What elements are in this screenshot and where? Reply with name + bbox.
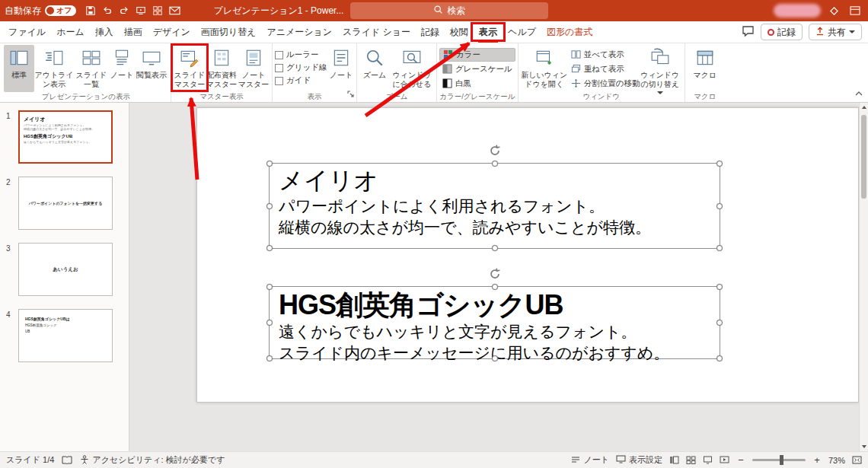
resize-handle[interactable] xyxy=(266,245,273,251)
grayscale-button[interactable]: グレースケール xyxy=(439,62,515,76)
tab-transitions[interactable]: 画面切り替え xyxy=(196,21,262,43)
share-button[interactable]: 共有 xyxy=(809,24,862,40)
scroll-up-icon[interactable] xyxy=(860,103,868,112)
vertical-scrollbar[interactable] xyxy=(859,103,868,451)
cascade-button[interactable]: 重ねて表示 xyxy=(568,62,638,76)
resize-handle[interactable] xyxy=(716,355,723,361)
slide-editing-area[interactable]: メイリオ パワーポイントによく利用されるフォント。 縦横の線の太さが均一で、読み… xyxy=(196,107,859,403)
group-label-macro: マクロ xyxy=(685,92,725,102)
textbox-hgs-gothic[interactable]: HGS創英角ゴシックUB 遠くからでもハッキリと文字が見えるフォント。 スライド… xyxy=(269,286,720,359)
zoom-in-button[interactable]: + xyxy=(812,454,822,466)
tab-shape-format[interactable]: 図形の書式 xyxy=(541,21,598,43)
slide-thumbnail-3[interactable]: あいうえお xyxy=(18,243,113,296)
notes-button[interactable]: ノート xyxy=(328,45,354,92)
slide-thumbnail-4[interactable]: HGS創英角ゴシックUBは HGS創英角ゴシック UB xyxy=(18,309,113,362)
thumb-line: HGS創英角ゴシックUBは xyxy=(25,316,106,323)
fit-slide-to-window-icon[interactable] xyxy=(852,455,862,465)
resize-handle[interactable] xyxy=(716,161,723,167)
slide-sorter-status-icon[interactable] xyxy=(686,456,696,464)
zoom-slider-thumb[interactable] xyxy=(780,455,783,465)
zoom-button[interactable]: ズーム xyxy=(359,45,390,92)
record-button[interactable]: 記録 xyxy=(761,24,803,40)
color-button[interactable]: カラー xyxy=(439,48,515,62)
resize-handle[interactable] xyxy=(716,284,723,290)
reading-view-button[interactable]: 閲覧表示 xyxy=(135,45,168,92)
textbox-meiryo[interactable]: メイリオ パワーポイントによく利用されるフォント。 縦横の線の太さが均一で、読み… xyxy=(269,163,720,249)
slide-thumbnail-1[interactable]: メイリオ パワーポイントによく利用されるフォント。 縦横の線の太さが均一で、読み… xyxy=(18,110,113,164)
search-box[interactable]: 検索 xyxy=(350,2,548,19)
switch-windows-button[interactable]: ウィンドウの切り替え xyxy=(638,45,682,92)
resize-handle[interactable] xyxy=(492,284,498,290)
scroll-down-icon[interactable] xyxy=(860,442,868,451)
move-split-button[interactable]: 分割位置の移動 xyxy=(568,77,638,91)
fit-to-window-button[interactable]: ウィンドウに合わせる xyxy=(390,45,434,92)
slide-thumbnail-2[interactable]: パワーポイントのフォントを一括変更する xyxy=(18,177,113,230)
scrollbar-thumb[interactable] xyxy=(861,115,866,199)
resize-handle[interactable] xyxy=(266,320,273,326)
notes-toggle-button[interactable]: ノート xyxy=(571,454,609,466)
handout-master-button[interactable]: 配布資料 マスター xyxy=(206,45,238,92)
gridlines-checkbox[interactable]: グリッド線 xyxy=(275,62,328,73)
collapse-ribbon-icon[interactable] xyxy=(854,86,863,100)
ruler-checkbox[interactable]: ルーラー xyxy=(275,49,328,60)
tab-home[interactable]: ホーム xyxy=(51,21,90,43)
resize-handle[interactable] xyxy=(716,203,723,209)
mail-icon[interactable] xyxy=(166,2,183,19)
slide-canvas[interactable]: メイリオ パワーポイントによく利用されるフォント。 縦横の線の太さが均一で、読み… xyxy=(129,103,859,451)
outline-view-button[interactable]: アウトライン表示 xyxy=(34,45,74,92)
tab-file[interactable]: ファイル xyxy=(3,21,51,43)
save-icon[interactable] xyxy=(82,2,99,19)
resize-handle[interactable] xyxy=(492,245,498,251)
resize-handle[interactable] xyxy=(716,320,723,326)
notes-master-button[interactable]: ノート マスター xyxy=(238,45,270,92)
resize-handle[interactable] xyxy=(716,245,723,251)
resize-handle[interactable] xyxy=(492,355,498,361)
undo-icon[interactable] xyxy=(99,2,116,19)
checkbox-icon xyxy=(275,77,283,85)
normal-view-status-icon[interactable] xyxy=(669,456,679,464)
resize-handle[interactable] xyxy=(492,161,498,167)
macro-button[interactable]: マクロ xyxy=(688,45,723,92)
tab-slideshow[interactable]: スライド ショー xyxy=(337,21,416,43)
redo-icon[interactable] xyxy=(116,2,132,19)
normal-view-button[interactable]: 標準 xyxy=(4,45,34,92)
zoom-out-button[interactable]: − xyxy=(736,454,745,466)
start-slideshow-icon[interactable] xyxy=(132,2,149,19)
comments-icon[interactable] xyxy=(742,25,755,40)
resize-handle[interactable] xyxy=(266,161,273,167)
tab-design[interactable]: デザイン xyxy=(148,21,196,43)
slideshow-status-icon[interactable] xyxy=(720,456,729,464)
avatar[interactable] xyxy=(774,4,821,18)
new-window-button[interactable]: 新しいウィンドウを開く xyxy=(521,45,568,92)
textbox-line: パワーポイントによく利用されるフォント。 xyxy=(279,196,710,217)
language-book-icon[interactable] xyxy=(62,456,72,465)
tab-record[interactable]: 記録 xyxy=(416,21,445,43)
tab-draw[interactable]: 描画 xyxy=(119,21,148,43)
slide-sorter-button[interactable]: スライド一覧 xyxy=(74,45,109,92)
ribbon-display-options-icon[interactable] xyxy=(847,2,863,19)
tab-view[interactable]: 表示 xyxy=(474,21,503,43)
notes-page-button[interactable]: ノート xyxy=(109,45,135,92)
black-white-button[interactable]: 白黒 xyxy=(439,77,515,91)
guides-checkbox[interactable]: ガイド xyxy=(275,75,328,86)
group-label-show: 表示 xyxy=(273,92,356,102)
resize-handle[interactable] xyxy=(266,284,273,290)
resize-handle[interactable] xyxy=(266,203,273,209)
tab-insert[interactable]: 挿入 xyxy=(90,21,119,43)
reading-view-status-icon[interactable] xyxy=(703,456,713,464)
tab-animations[interactable]: アニメーション xyxy=(261,21,337,43)
tab-help[interactable]: ヘルプ xyxy=(503,21,541,43)
arrange-all-button[interactable]: 並べて表示 xyxy=(568,48,638,62)
autosave-toggle[interactable]: 自動保存 オフ xyxy=(5,5,76,18)
rotate-handle-icon[interactable] xyxy=(488,144,502,161)
zoom-level[interactable]: 73% xyxy=(828,456,845,465)
display-settings-button[interactable]: 表示設定 xyxy=(616,454,662,466)
resize-handle[interactable] xyxy=(266,355,273,361)
grid-icon[interactable] xyxy=(149,2,166,19)
zoom-slider[interactable] xyxy=(752,459,806,461)
tab-review[interactable]: 校閲 xyxy=(445,21,474,43)
diamond-icon[interactable] xyxy=(825,2,842,19)
accessibility-status[interactable]: アクセシビリティ: 検討が必要です xyxy=(80,454,225,466)
slide-master-button[interactable]: スライド マスター xyxy=(174,45,206,92)
rotate-handle-icon[interactable] xyxy=(488,267,502,284)
